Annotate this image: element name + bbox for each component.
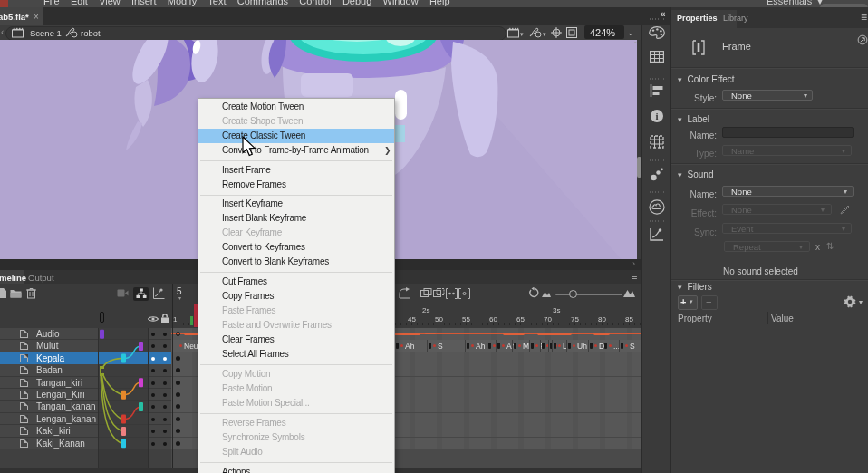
svg-text:i: i <box>655 111 658 121</box>
